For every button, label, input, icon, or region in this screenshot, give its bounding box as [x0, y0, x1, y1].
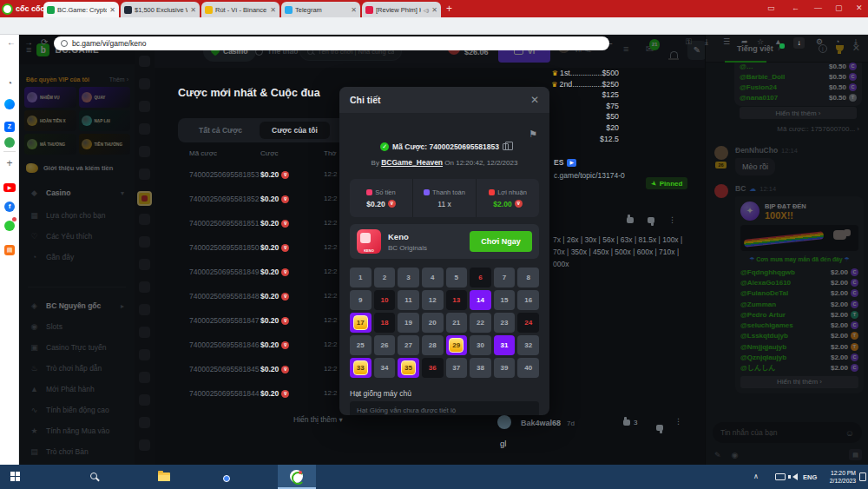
browser-tab[interactable]: BC.Game: Crypto Casino Gan✕: [43, 2, 119, 17]
table-row[interactable]: 74000250695581853$0.20∇12:2: [0, 170, 373, 195]
keno-tile-27[interactable]: 27: [398, 335, 419, 355]
taskbar-search-icon[interactable]: [90, 472, 97, 479]
keno-tile-35[interactable]: 35: [398, 358, 419, 378]
bets-tab-1[interactable]: Cược của tôi: [260, 122, 330, 139]
tab-close-icon[interactable]: ✕: [431, 6, 437, 14]
like-icon[interactable]: [627, 217, 634, 223]
profile-icon[interactable]: ◔: [835, 37, 839, 46]
dislike-icon[interactable]: [656, 425, 663, 431]
keno-tile-1[interactable]: 1: [350, 268, 372, 287]
window-maximize-button[interactable]: ▢: [835, 3, 843, 12]
download-extension-icon[interactable]: ↓: [793, 37, 805, 49]
keno-tile-33[interactable]: 33: [350, 358, 372, 378]
keno-tile-20[interactable]: 20: [422, 313, 444, 333]
table-row[interactable]: 74000250695581844$0.20∇12:2: [0, 389, 373, 413]
keno-tile-4[interactable]: 4: [422, 268, 444, 287]
adblock-shield-icon[interactable]: ▲: [774, 37, 782, 46]
post-author[interactable]: Bak4wal68: [521, 419, 561, 427]
dislike-icon[interactable]: [648, 217, 654, 223]
bet-author-link[interactable]: BCGame_Heaven: [381, 158, 443, 167]
keno-tile-21[interactable]: 21: [446, 313, 468, 333]
keno-tile-32[interactable]: 32: [517, 335, 539, 355]
games-icon[interactable]: [4, 135, 15, 151]
bookmark-star-icon[interactable]: ☆: [757, 37, 764, 46]
keno-tile-13[interactable]: 13: [446, 290, 468, 310]
keno-tile-37[interactable]: 37: [446, 358, 468, 378]
nav-back-icon[interactable]: ←: [7, 38, 16, 47]
play-now-button[interactable]: Chơi Ngay: [470, 231, 532, 252]
bets-show-more[interactable]: Hiển thị thêm ▾: [293, 415, 343, 424]
keno-tile-34[interactable]: 34: [374, 358, 396, 378]
window-close-button[interactable]: ✕: [856, 3, 863, 12]
table-row[interactable]: 74000250695581846$0.20∇12:2: [0, 340, 373, 365]
keno-tile-3[interactable]: 3: [398, 268, 419, 287]
table-row[interactable]: 74000250695581847$0.20∇12:2: [0, 316, 373, 340]
keno-tile-17[interactable]: 17: [350, 313, 372, 333]
zalo-icon[interactable]: Z: [4, 116, 15, 132]
browser-tab[interactable]: Rút - Ví - Binance✕: [201, 2, 279, 17]
tray-expand-icon[interactable]: ∧: [753, 472, 759, 480]
translate-icon[interactable]: ☰: [723, 37, 730, 46]
messenger-icon[interactable]: [4, 97, 15, 113]
server-seed-value[interactable]: Hạt Giống vẫn chưa được tiết lộ: [350, 401, 539, 415]
window-minimize-button[interactable]: —: [814, 3, 822, 12]
nav-forward-icon[interactable]: →: [24, 38, 33, 47]
keno-tile-22[interactable]: 22: [470, 313, 491, 333]
keno-tile-7[interactable]: 7: [494, 268, 516, 287]
keno-tile-31[interactable]: 31: [494, 335, 516, 355]
keno-tile-9[interactable]: 9: [350, 290, 372, 310]
keno-tile-38[interactable]: 38: [470, 358, 491, 378]
keno-tile-39[interactable]: 39: [494, 358, 516, 378]
shopping-icon[interactable]: ▤: [4, 240, 15, 255]
more-options-icon[interactable]: ⋮: [668, 215, 676, 224]
capture-icon[interactable]: ▭: [767, 3, 775, 12]
table-row[interactable]: 74000250695581845$0.20∇12:2: [0, 365, 373, 389]
add-shortcut-icon[interactable]: +: [0, 157, 19, 169]
keno-tile-14[interactable]: 14: [470, 290, 491, 310]
keno-tile-29[interactable]: 29: [446, 335, 468, 355]
more-options-icon[interactable]: ⋮: [674, 417, 682, 426]
keno-tile-18[interactable]: 18: [374, 313, 396, 333]
keno-tile-6[interactable]: 6: [470, 268, 491, 287]
keno-tile-10[interactable]: 10: [374, 290, 396, 310]
share-icon[interactable]: ➦: [741, 37, 748, 46]
keno-tile-8[interactable]: 8: [517, 268, 539, 287]
site-identity-icon[interactable]: [61, 40, 68, 47]
browser-tab[interactable]: Telegram✕: [281, 2, 360, 17]
keno-tile-19[interactable]: 19: [398, 313, 419, 333]
history-icon[interactable]: ◔: [0, 78, 19, 88]
topic-link[interactable]: c.game/topic/13174-0: [554, 171, 625, 180]
facebook-icon[interactable]: f: [4, 196, 15, 212]
file-explorer-icon[interactable]: [158, 472, 170, 481]
like-icon[interactable]: [623, 420, 630, 426]
keno-tile-24[interactable]: 24: [517, 313, 539, 333]
tab-close-icon[interactable]: ✕: [351, 6, 357, 14]
video-play-icon[interactable]: ▶: [567, 159, 576, 167]
new-tab-button[interactable]: +: [446, 3, 452, 15]
copy-icon[interactable]: [503, 143, 509, 150]
table-row[interactable]: 74000250695581850$0.20∇12:2: [0, 243, 373, 268]
bets-tab-0[interactable]: Tất cả Cược: [187, 122, 254, 139]
coccoc-icon[interactable]: [290, 470, 303, 483]
keno-tile-23[interactable]: 23: [494, 313, 516, 333]
keno-tile-15[interactable]: 15: [494, 290, 516, 310]
keno-tile-16[interactable]: 16: [517, 290, 539, 310]
youtube-icon[interactable]: ▶: [3, 177, 16, 193]
tab-close-icon[interactable]: ✕: [109, 6, 115, 14]
browser-tab[interactable]: $1,500 Exclusive Weekend K✕: [121, 2, 200, 17]
keno-tile-25[interactable]: 25: [350, 335, 372, 355]
key-icon[interactable]: ⚿: [686, 37, 692, 47]
taskbar-clock[interactable]: 12:20 PM 2/12/2023: [821, 470, 856, 485]
keno-tile-40[interactable]: 40: [517, 358, 539, 378]
url-field[interactable]: bc.game/vi/game/keno: [54, 36, 609, 50]
table-row[interactable]: 74000250695581852$0.20∇12:2: [0, 195, 373, 219]
save-page-icon[interactable]: ⤓: [705, 37, 708, 47]
keno-tile-11[interactable]: 11: [398, 290, 419, 310]
app-green-icon[interactable]: [4, 219, 15, 235]
volume-icon[interactable]: [792, 473, 798, 480]
network-icon[interactable]: [775, 473, 786, 480]
table-row[interactable]: 74000250695581848$0.20∇12:2: [0, 292, 373, 316]
share-bet-icon[interactable]: ⚑: [529, 129, 537, 140]
nav-reload-icon[interactable]: ⟳: [41, 38, 48, 47]
keno-tile-36[interactable]: 36: [422, 358, 444, 378]
